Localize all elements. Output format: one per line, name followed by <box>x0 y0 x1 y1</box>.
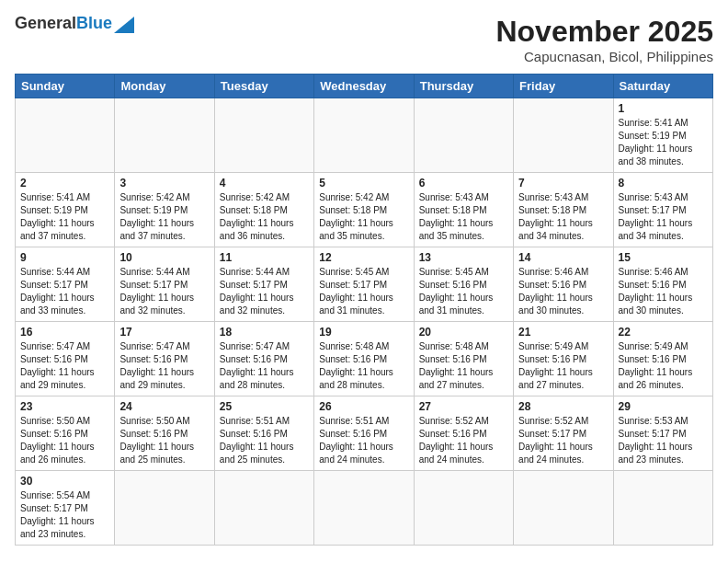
day-number: 26 <box>319 400 408 413</box>
weekday-header-friday: Friday <box>514 75 613 98</box>
calendar-cell: 22Sunrise: 5:49 AMSunset: 5:16 PMDayligh… <box>613 322 712 396</box>
cell-sun-info: Sunrise: 5:47 AMSunset: 5:16 PMDaylight:… <box>220 340 309 392</box>
calendar-cell: 5Sunrise: 5:42 AMSunset: 5:18 PMDaylight… <box>314 173 414 247</box>
cell-sun-info: Sunrise: 5:44 AMSunset: 5:17 PMDaylight:… <box>20 266 109 317</box>
calendar-cell: 13Sunrise: 5:45 AMSunset: 5:16 PMDayligh… <box>414 247 513 322</box>
calendar-cell <box>16 98 115 173</box>
calendar-cell <box>414 98 513 173</box>
calendar-cell: 6Sunrise: 5:43 AMSunset: 5:18 PMDaylight… <box>414 173 513 247</box>
cell-sun-info: Sunrise: 5:42 AMSunset: 5:18 PMDaylight:… <box>319 191 408 243</box>
day-number: 30 <box>20 475 109 488</box>
weekday-header-monday: Monday <box>115 75 214 98</box>
calendar-cell: 29Sunrise: 5:53 AMSunset: 5:17 PMDayligh… <box>613 396 712 471</box>
day-number: 24 <box>119 400 209 413</box>
day-number: 1 <box>619 102 708 115</box>
cell-sun-info: Sunrise: 5:44 AMSunset: 5:17 PMDaylight:… <box>119 266 209 317</box>
day-number: 21 <box>518 326 608 339</box>
day-number: 2 <box>20 177 109 190</box>
week-row-5: 23Sunrise: 5:50 AMSunset: 5:16 PMDayligh… <box>16 396 713 471</box>
logo-icon <box>114 17 134 33</box>
day-number: 29 <box>619 400 708 413</box>
logo-general: General <box>15 14 76 32</box>
logo: GeneralBlue <box>15 15 134 33</box>
weekday-header-tuesday: Tuesday <box>214 75 313 98</box>
calendar-cell: 11Sunrise: 5:44 AMSunset: 5:17 PMDayligh… <box>214 247 313 322</box>
cell-sun-info: Sunrise: 5:54 AMSunset: 5:17 PMDaylight:… <box>20 489 109 541</box>
cell-sun-info: Sunrise: 5:43 AMSunset: 5:18 PMDaylight:… <box>518 191 608 243</box>
cell-sun-info: Sunrise: 5:47 AMSunset: 5:16 PMDaylight:… <box>119 340 209 392</box>
day-number: 5 <box>319 177 408 190</box>
calendar-cell: 9Sunrise: 5:44 AMSunset: 5:17 PMDaylight… <box>16 247 115 322</box>
weekday-header-row: SundayMondayTuesdayWednesdayThursdayFrid… <box>16 75 713 98</box>
cell-sun-info: Sunrise: 5:43 AMSunset: 5:17 PMDaylight:… <box>619 191 708 243</box>
calendar-cell: 4Sunrise: 5:42 AMSunset: 5:18 PMDaylight… <box>214 173 313 247</box>
day-number: 23 <box>20 400 109 413</box>
calendar-cell: 10Sunrise: 5:44 AMSunset: 5:17 PMDayligh… <box>115 247 214 322</box>
day-number: 9 <box>20 251 109 264</box>
calendar-cell: 17Sunrise: 5:47 AMSunset: 5:16 PMDayligh… <box>115 322 214 396</box>
day-number: 16 <box>20 326 109 339</box>
cell-sun-info: Sunrise: 5:49 AMSunset: 5:16 PMDaylight:… <box>619 340 708 392</box>
logo-blue: Blue <box>76 14 112 32</box>
day-number: 19 <box>319 326 408 339</box>
day-number: 11 <box>220 251 309 264</box>
day-number: 17 <box>119 326 209 339</box>
day-number: 20 <box>419 326 508 339</box>
calendar-cell <box>314 98 414 173</box>
title-area: November 2025 Capucnasan, Bicol, Philipp… <box>495 15 713 64</box>
cell-sun-info: Sunrise: 5:42 AMSunset: 5:19 PMDaylight:… <box>119 191 209 243</box>
calendar-cell: 27Sunrise: 5:52 AMSunset: 5:16 PMDayligh… <box>414 396 513 471</box>
subtitle: Capucnasan, Bicol, Philippines <box>495 49 713 64</box>
cell-sun-info: Sunrise: 5:53 AMSunset: 5:17 PMDaylight:… <box>619 415 708 466</box>
cell-sun-info: Sunrise: 5:51 AMSunset: 5:16 PMDaylight:… <box>220 415 309 466</box>
cell-sun-info: Sunrise: 5:42 AMSunset: 5:18 PMDaylight:… <box>220 191 309 243</box>
day-number: 10 <box>119 251 209 264</box>
calendar-cell: 3Sunrise: 5:42 AMSunset: 5:19 PMDaylight… <box>115 173 214 247</box>
main-title: November 2025 <box>495 15 713 49</box>
cell-sun-info: Sunrise: 5:41 AMSunset: 5:19 PMDaylight:… <box>619 117 708 168</box>
logo-text: GeneralBlue <box>15 15 112 33</box>
calendar-cell: 1Sunrise: 5:41 AMSunset: 5:19 PMDaylight… <box>613 98 712 173</box>
day-number: 7 <box>518 177 608 190</box>
calendar-cell: 21Sunrise: 5:49 AMSunset: 5:16 PMDayligh… <box>514 322 613 396</box>
calendar-cell: 28Sunrise: 5:52 AMSunset: 5:17 PMDayligh… <box>514 396 613 471</box>
day-number: 13 <box>419 251 508 264</box>
cell-sun-info: Sunrise: 5:49 AMSunset: 5:16 PMDaylight:… <box>518 340 608 392</box>
day-number: 6 <box>419 177 508 190</box>
calendar-cell <box>514 471 613 546</box>
calendar-cell: 18Sunrise: 5:47 AMSunset: 5:16 PMDayligh… <box>214 322 313 396</box>
calendar-cell: 16Sunrise: 5:47 AMSunset: 5:16 PMDayligh… <box>16 322 115 396</box>
weekday-header-saturday: Saturday <box>613 75 712 98</box>
calendar-cell <box>613 471 712 546</box>
day-number: 27 <box>419 400 508 413</box>
day-number: 18 <box>220 326 309 339</box>
cell-sun-info: Sunrise: 5:48 AMSunset: 5:16 PMDaylight:… <box>319 340 408 392</box>
cell-sun-info: Sunrise: 5:48 AMSunset: 5:16 PMDaylight:… <box>419 340 508 392</box>
cell-sun-info: Sunrise: 5:50 AMSunset: 5:16 PMDaylight:… <box>20 415 109 466</box>
calendar-cell: 2Sunrise: 5:41 AMSunset: 5:19 PMDaylight… <box>16 173 115 247</box>
calendar-cell <box>115 98 214 173</box>
weekday-header-thursday: Thursday <box>414 75 513 98</box>
calendar-cell: 19Sunrise: 5:48 AMSunset: 5:16 PMDayligh… <box>314 322 414 396</box>
calendar-cell: 24Sunrise: 5:50 AMSunset: 5:16 PMDayligh… <box>115 396 214 471</box>
calendar-cell <box>115 471 214 546</box>
cell-sun-info: Sunrise: 5:46 AMSunset: 5:16 PMDaylight:… <box>518 266 608 317</box>
day-number: 15 <box>619 251 708 264</box>
calendar-cell: 20Sunrise: 5:48 AMSunset: 5:16 PMDayligh… <box>414 322 513 396</box>
day-number: 14 <box>518 251 608 264</box>
cell-sun-info: Sunrise: 5:41 AMSunset: 5:19 PMDaylight:… <box>20 191 109 243</box>
week-row-1: 1Sunrise: 5:41 AMSunset: 5:19 PMDaylight… <box>16 98 713 173</box>
cell-sun-info: Sunrise: 5:51 AMSunset: 5:16 PMDaylight:… <box>319 415 408 466</box>
cell-sun-info: Sunrise: 5:52 AMSunset: 5:17 PMDaylight:… <box>518 415 608 466</box>
day-number: 22 <box>619 326 708 339</box>
calendar-cell: 7Sunrise: 5:43 AMSunset: 5:18 PMDaylight… <box>514 173 613 247</box>
week-row-3: 9Sunrise: 5:44 AMSunset: 5:17 PMDaylight… <box>16 247 713 322</box>
cell-sun-info: Sunrise: 5:47 AMSunset: 5:16 PMDaylight:… <box>20 340 109 392</box>
calendar-cell <box>514 98 613 173</box>
day-number: 25 <box>220 400 309 413</box>
calendar-cell: 25Sunrise: 5:51 AMSunset: 5:16 PMDayligh… <box>214 396 313 471</box>
day-number: 4 <box>220 177 309 190</box>
weekday-header-sunday: Sunday <box>16 75 115 98</box>
svg-marker-0 <box>114 17 134 33</box>
cell-sun-info: Sunrise: 5:45 AMSunset: 5:17 PMDaylight:… <box>319 266 408 317</box>
